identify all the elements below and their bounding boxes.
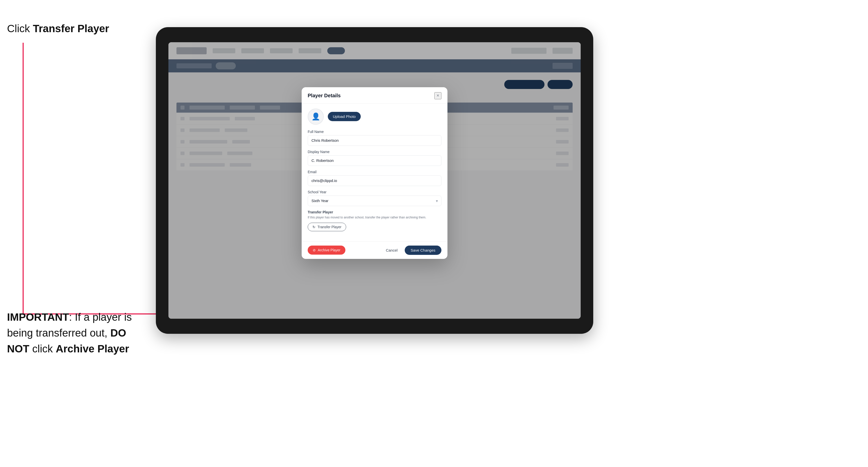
transfer-section-title: Transfer Player: [308, 210, 441, 214]
cancel-button[interactable]: Cancel: [382, 246, 402, 255]
archive-btn-label: Archive Player: [318, 248, 340, 252]
tablet-screen: Player Details × 👤 Upload Photo Full Nam: [168, 42, 581, 319]
person-icon: 👤: [311, 112, 320, 121]
avatar-row: 👤 Upload Photo: [308, 108, 441, 125]
transfer-player-button[interactable]: ↻ Transfer Player: [308, 223, 346, 231]
tablet-device: Player Details × 👤 Upload Photo Full Nam: [156, 27, 593, 334]
instruction-bottom: IMPORTANT: If a player is being transfer…: [7, 309, 138, 357]
email-group: Email: [308, 170, 441, 186]
school-year-label: School Year: [308, 190, 441, 194]
archive-ref-label: Archive Player: [56, 343, 129, 355]
school-year-select-wrapper: First Year Second Year Third Year Fourth…: [308, 195, 441, 206]
archive-player-button[interactable]: ⊘ Archive Player: [308, 246, 345, 255]
display-name-group: Display Name: [308, 150, 441, 166]
instruction-prefix: Click: [7, 23, 33, 34]
full-name-label: Full Name: [308, 130, 441, 134]
full-name-group: Full Name: [308, 130, 441, 146]
transfer-section-desc: If this player has moved to another scho…: [308, 215, 441, 220]
instruction-top: Click Transfer Player: [7, 23, 109, 35]
email-input[interactable]: [308, 176, 441, 186]
refresh-icon: ↻: [312, 225, 315, 229]
display-name-input[interactable]: [308, 155, 441, 166]
player-details-modal: Player Details × 👤 Upload Photo Full Nam: [302, 87, 447, 259]
transfer-btn-label: Transfer Player: [317, 225, 341, 229]
avatar-circle: 👤: [308, 108, 324, 125]
full-name-input[interactable]: [308, 135, 441, 146]
important-label: IMPORTANT: [7, 311, 69, 323]
display-name-label: Display Name: [308, 150, 441, 154]
upload-photo-button[interactable]: Upload Photo: [328, 112, 361, 121]
archive-icon: ⊘: [313, 248, 316, 252]
modal-overlay: Player Details × 👤 Upload Photo Full Nam: [168, 42, 581, 319]
modal-title: Player Details: [308, 93, 341, 98]
email-label: Email: [308, 170, 441, 174]
annotation-line-vertical: [23, 43, 24, 314]
modal-body: 👤 Upload Photo Full Name Display Name: [302, 103, 447, 241]
save-changes-button[interactable]: Save Changes: [405, 246, 441, 255]
school-year-select[interactable]: First Year Second Year Third Year Fourth…: [308, 195, 441, 206]
school-year-group: School Year First Year Second Year Third…: [308, 190, 441, 206]
modal-footer: ⊘ Archive Player Cancel Save Changes: [302, 241, 447, 259]
transfer-player-section: Transfer Player If this player has moved…: [308, 210, 441, 231]
instruction-text2: click: [29, 343, 56, 355]
instruction-bold: Transfer Player: [33, 23, 110, 34]
modal-close-button[interactable]: ×: [434, 92, 441, 99]
modal-header: Player Details ×: [302, 87, 447, 103]
